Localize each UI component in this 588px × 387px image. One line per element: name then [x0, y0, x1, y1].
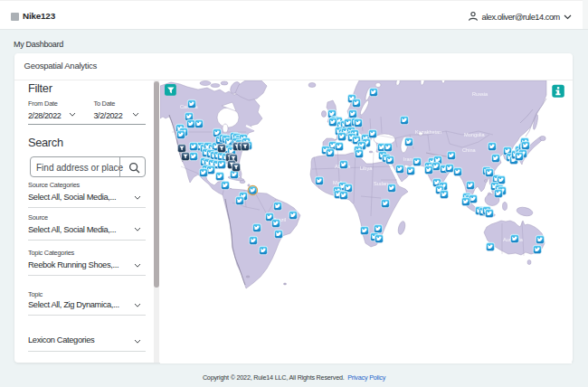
svg-text:China: China [462, 147, 477, 153]
svg-text:Mongolia: Mongolia [464, 132, 486, 137]
svg-text:Libya: Libya [360, 165, 373, 171]
svg-text:Kazakhstan: Kazakhstan [415, 129, 441, 135]
svg-text:Sudan: Sudan [374, 181, 388, 186]
svg-text:Iran: Iran [403, 156, 413, 162]
svg-text:Russia: Russia [472, 91, 488, 97]
